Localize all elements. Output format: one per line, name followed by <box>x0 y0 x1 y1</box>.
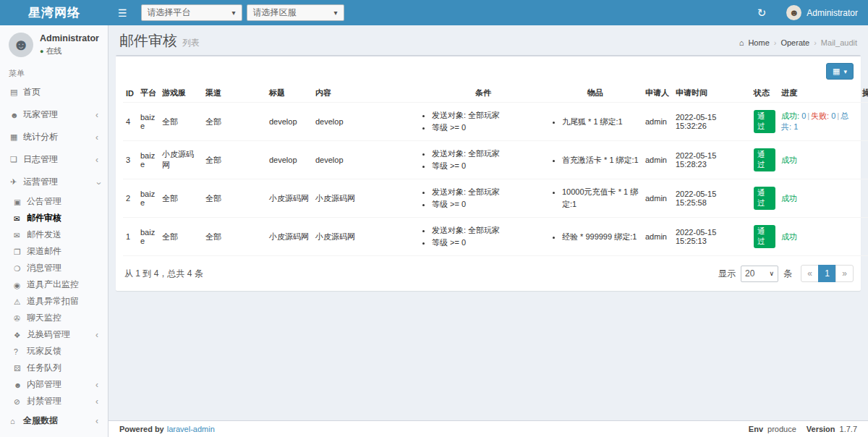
sidebar-item-redeem-codes[interactable]: ❖ 兑换码管理 ‹ <box>0 326 108 343</box>
col-progress[interactable]: 进度 <box>778 84 859 103</box>
sidebar-item-chat-monitor[interactable]: ✇ 聊天监控 <box>0 310 108 326</box>
status-badge: 通过 <box>754 148 775 171</box>
col-server[interactable]: 游戏服 <box>159 84 203 103</box>
item-list: 首充激活卡 * 1 绑定:1 <box>551 154 639 166</box>
platform-select[interactable]: 请选择平台 ▾ <box>141 4 242 21</box>
progress-cell: 成功 <box>778 218 859 256</box>
col-platform[interactable]: 平台 <box>137 84 159 103</box>
sidebar-item-player-feedback[interactable]: ? 玩家反馈 <box>0 343 108 360</box>
sidebar-item-internal-mgmt[interactable]: ☻ 内部管理 ‹ <box>0 376 108 393</box>
user-menu[interactable]: ☻ Administrator <box>776 0 868 25</box>
caret-down-icon: ▾ <box>843 68 847 75</box>
row-actions-icon[interactable]: ⋮ <box>862 155 868 166</box>
breadcrumb-operate[interactable]: Operate <box>780 38 809 47</box>
chevron-left-icon: ‹ <box>95 380 101 390</box>
online-status: ●在线 <box>40 46 99 56</box>
envelope-icon: ✉ <box>14 214 27 223</box>
column-selector-button[interactable]: ▦ ▾ <box>826 63 854 80</box>
table-row: 4 baize 全部 全部 develop develop 发送对象: 全部玩家… <box>123 103 868 141</box>
sidebar-user-panel: ☻ Administrator ●在线 <box>0 25 108 63</box>
chevron-left-icon: ‹ <box>95 330 101 340</box>
refresh-icon[interactable]: ↻ <box>747 7 777 20</box>
condition-list: 发送对象: 全部玩家 等级 >= 0 <box>421 186 545 211</box>
col-id[interactable]: ID <box>123 84 137 103</box>
gift-icon: ❖ <box>14 331 27 339</box>
status-badge: 通过 <box>754 110 775 133</box>
chevron-left-icon: ‹ <box>95 396 101 407</box>
chevron-left-icon: ‹ <box>95 110 101 120</box>
users-icon: ☻ <box>10 111 23 119</box>
version-label: Version <box>807 425 835 433</box>
sidebar-item-announcements[interactable]: ▣ 公告管理 <box>0 193 108 210</box>
sidebar-item-ops-mgmt[interactable]: ➤ 运维管理 ‹ <box>0 432 108 437</box>
navbar-right: ↻ ☻ Administrator <box>747 0 868 25</box>
sidebar-item-stats[interactable]: ▦ 统计分析 ‹ <box>0 126 108 148</box>
brand-logo[interactable]: 星湾网络 <box>0 0 109 25</box>
laravel-admin-link[interactable]: laravel-admin <box>167 425 215 433</box>
grid-icon: ▦ <box>10 132 23 142</box>
row-actions-icon[interactable]: ⋮ <box>862 193 868 204</box>
top-navbar: 星湾网络 ☰ 请选择平台 ▾ 请选择区服 ▾ ↻ ☻ Administrator <box>0 0 868 25</box>
bullhorn-icon: ▣ <box>14 198 27 206</box>
sidebar-item-mail-send[interactable]: ✉ 邮件发送 <box>0 226 108 243</box>
chat-monitor-icon: ✇ <box>14 314 27 323</box>
row-actions-icon[interactable]: ⋮ <box>862 232 868 242</box>
breadcrumb-home[interactable]: Home <box>748 38 769 47</box>
sidebar-item-task-queue[interactable]: ⚄ 任务队列 <box>0 360 108 376</box>
sidebar-toggle-button[interactable]: ☰ <box>109 0 137 25</box>
operate-submenu: ▣ 公告管理 ✉ 邮件审核 ✉ 邮件发送 ❐ 渠道邮件 ❍ 消息管理 ◉ 道具产… <box>0 193 108 410</box>
chevron-left-icon: ‹ <box>95 155 101 165</box>
col-items[interactable]: 物品 <box>548 84 642 103</box>
powered-by-label: Powered by <box>119 425 164 433</box>
pagination-summary: 从 1 到 4，总共 4 条 <box>124 268 203 280</box>
col-apply-time[interactable]: 申请时间 <box>673 84 751 103</box>
col-conditions[interactable]: 条件 <box>418 84 548 103</box>
env-value: produce <box>767 425 796 433</box>
progress-cell: 成功: 0|失败: 0|总共: 1 <box>778 103 859 141</box>
col-title[interactable]: 标题 <box>266 84 312 103</box>
page-1-button[interactable]: 1 <box>818 265 836 282</box>
dice-icon: ⚄ <box>14 364 27 373</box>
question-icon: ? <box>14 347 27 356</box>
chevron-down-icon: ‹ <box>93 179 103 184</box>
sidebar-item-ban-mgmt[interactable]: ⊘ 封禁管理 ‹ <box>0 393 108 410</box>
condition-list: 发送对象: 全部玩家 等级 >= 0 <box>421 148 545 172</box>
sidebar: ☻ Administrator ●在线 菜单 ▤ 首页 ☻ 玩家管理 ‹ ▦ 统… <box>0 25 109 437</box>
sidebar-item-mail-audit[interactable]: ✉ 邮件审核 <box>0 210 108 226</box>
sidebar-item-item-abnormal[interactable]: ⚠ 道具异常扣留 <box>0 293 108 310</box>
sidebar-item-channel-mail[interactable]: ❐ 渠道邮件 <box>0 243 108 260</box>
server-select[interactable]: 请选择区服 ▾ <box>247 4 344 21</box>
col-status[interactable]: 状态 <box>751 84 778 103</box>
progress-cell: 成功 <box>778 141 859 179</box>
per-page-select[interactable]: 20 ∨ <box>741 266 778 282</box>
menu-header: 菜单 <box>0 63 108 81</box>
col-applicant[interactable]: 申请人 <box>642 84 673 103</box>
sidebar-item-messages[interactable]: ❍ 消息管理 <box>0 260 108 276</box>
sidebar-item-operate[interactable]: ✈ 运营管理 ‹ <box>0 171 108 193</box>
envelope-open-icon: ✉ <box>14 231 27 239</box>
sidebar-item-global-data[interactable]: ⌂ 全服数据 ‹ <box>0 410 108 432</box>
sidebar-item-logs[interactable]: ❏ 日志管理 ‹ <box>0 148 108 171</box>
next-page-button[interactable]: » <box>835 265 854 282</box>
row-actions-icon[interactable]: ⋮ <box>862 116 868 127</box>
sidebar-item-player-mgmt[interactable]: ☻ 玩家管理 ‹ <box>0 103 108 126</box>
chevron-left-icon: ‹ <box>95 132 101 143</box>
version-value: 1.7.7 <box>840 425 857 433</box>
col-channel[interactable]: 渠道 <box>203 84 266 103</box>
user-name: Administrator <box>807 8 858 18</box>
avatar: ☻ <box>786 5 801 20</box>
table-row: 3 baize 小皮源码网 全部 develop develop 发送对象: 全… <box>123 141 868 179</box>
main-content: 邮件审核 列表 ⌂ Home › Operate › Mail_audit ▦ … <box>109 25 868 420</box>
condition-list: 发送对象: 全部玩家 等级 >= 0 <box>421 109 545 134</box>
col-content[interactable]: 内容 <box>312 84 418 103</box>
plane-icon: ✈ <box>10 177 23 187</box>
prev-page-button[interactable]: « <box>801 265 819 282</box>
sidebar-item-home[interactable]: ▤ 首页 <box>0 81 108 103</box>
online-dot-icon: ● <box>40 48 43 55</box>
platform-select-value: 请选择平台 <box>148 7 191 19</box>
status-badge: 通过 <box>754 225 775 248</box>
per-page-unit: 条 <box>783 268 792 280</box>
sidebar-item-item-output-monitor[interactable]: ◉ 道具产出监控 <box>0 276 108 293</box>
col-actions[interactable]: 操作 <box>859 84 868 103</box>
bar-chart-icon: ▤ <box>10 88 23 97</box>
